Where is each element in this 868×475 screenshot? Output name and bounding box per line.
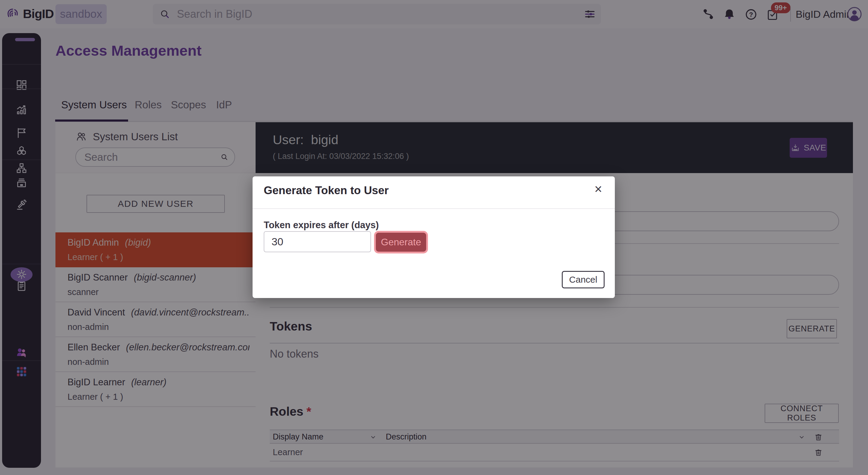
cancel-button[interactable]: Cancel (562, 271, 604, 289)
modal-header-divider (253, 208, 615, 209)
generate-token-modal: Generate Token to User × Token expires a… (253, 176, 615, 298)
token-expiry-label: Token expires after (days) (264, 220, 379, 231)
token-expiry-input[interactable] (264, 231, 371, 252)
generate-button[interactable]: Generate (376, 233, 426, 252)
close-icon[interactable]: × (594, 182, 602, 196)
modal-title: Generate Token to User (264, 184, 389, 197)
bigid-app: BigID sandbox ? (0, 0, 868, 475)
